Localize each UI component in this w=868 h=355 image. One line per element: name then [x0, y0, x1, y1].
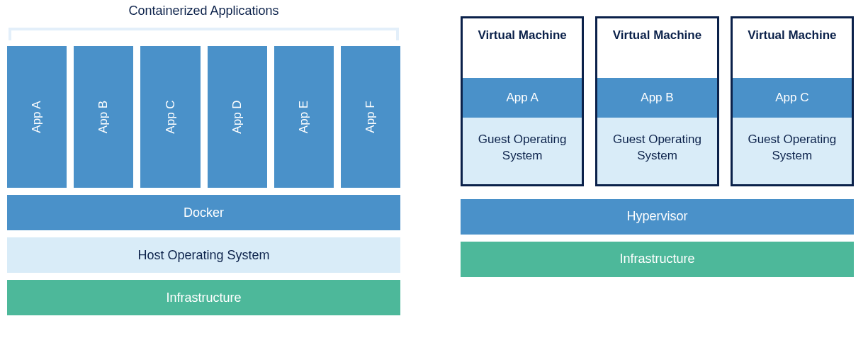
docker-layer: Docker	[7, 195, 400, 230]
hypervisor-layer: Hypervisor	[461, 199, 854, 235]
vm-app: App A	[463, 78, 582, 118]
app-label: App A	[30, 101, 44, 133]
vm-guest-os: Guest Operating System	[463, 118, 582, 184]
host-os-layer: Host Operating System	[7, 237, 400, 273]
app-box-f: App F	[341, 46, 400, 188]
vm-title: Virtual Machine	[463, 18, 582, 78]
app-box-e: App E	[274, 46, 334, 188]
vms-row: Virtual Machine App A Guest Operating Sy…	[461, 16, 854, 186]
container-apps-row: App A App B App C App D App E App F	[7, 46, 400, 188]
bracket-icon	[9, 28, 399, 40]
vm-title: Virtual Machine	[597, 18, 716, 78]
vm-box-a: Virtual Machine App A Guest Operating Sy…	[461, 16, 584, 186]
vm-guest-os: Guest Operating System	[733, 118, 852, 184]
app-label: App C	[163, 100, 177, 133]
vm-stack: Virtual Machine App A Guest Operating Sy…	[461, 4, 854, 315]
app-label: App D	[230, 100, 244, 133]
app-box-b: App B	[74, 46, 133, 188]
vm-app: App B	[597, 78, 716, 118]
vm-title: Virtual Machine	[733, 18, 852, 78]
app-label: App F	[363, 101, 378, 133]
app-box-d: App D	[208, 46, 267, 188]
app-label: App E	[297, 101, 311, 133]
spacer	[461, 4, 854, 16]
vm-app: App C	[733, 78, 852, 118]
app-label: App B	[96, 101, 111, 133]
architecture-diagram: Containerized Applications App A App B A…	[0, 0, 868, 319]
container-title: Containerized Applications	[7, 4, 400, 23]
app-box-c: App C	[140, 46, 200, 188]
container-stack: Containerized Applications App A App B A…	[7, 4, 400, 315]
infra-layer-right: Infrastructure	[461, 242, 854, 277]
app-box-a: App A	[7, 46, 67, 188]
vm-box-c: Virtual Machine App C Guest Operating Sy…	[731, 16, 854, 186]
vm-guest-os: Guest Operating System	[597, 118, 716, 184]
infra-layer-left: Infrastructure	[7, 280, 400, 315]
vm-box-b: Virtual Machine App B Guest Operating Sy…	[595, 16, 718, 186]
